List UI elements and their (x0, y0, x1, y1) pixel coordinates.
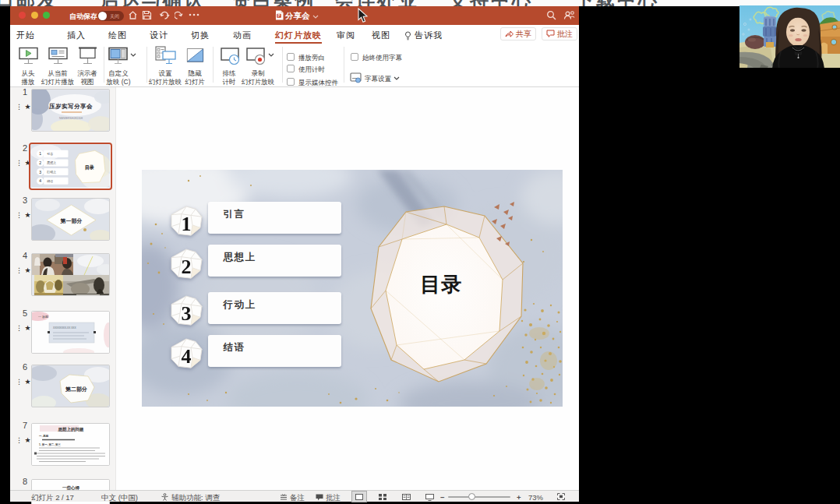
svg-text:目录: 目录 (85, 164, 94, 171)
svg-text:目录: 目录 (420, 273, 462, 296)
svg-text:1: 1 (39, 151, 41, 156)
svg-text:结语: 结语 (47, 179, 53, 183)
svg-text:P: P (277, 14, 280, 18)
svg-text:4: 4 (39, 178, 41, 183)
svg-text:2: 2 (39, 160, 41, 165)
svg-text:第二部分: 第二部分 (65, 386, 87, 393)
svg-text:NMWERSHJKDSH: NMWERSHJKDSH (59, 117, 83, 120)
svg-text:行动上: 行动上 (46, 170, 56, 174)
svg-text:3: 3 (39, 170, 41, 174)
svg-text:思想上: 思想上 (46, 160, 56, 164)
svg-text:思想上的问题: 思想上的问题 (58, 427, 85, 432)
svg-text:压岁实写分享会: 压岁实写分享会 (48, 103, 93, 110)
svg-text:第一部分: 第一部分 (60, 217, 83, 224)
svg-text:一. 思想: 一. 思想 (39, 434, 49, 438)
svg-text:引言: 引言 (47, 152, 53, 156)
svg-text:XXXXXXXX-XX XXX: XXXXXXXX-XX XXX (53, 326, 76, 330)
svg-text:1. 第一, 第二, 第三: 1. 第一, 第二, 第三 (39, 443, 61, 446)
